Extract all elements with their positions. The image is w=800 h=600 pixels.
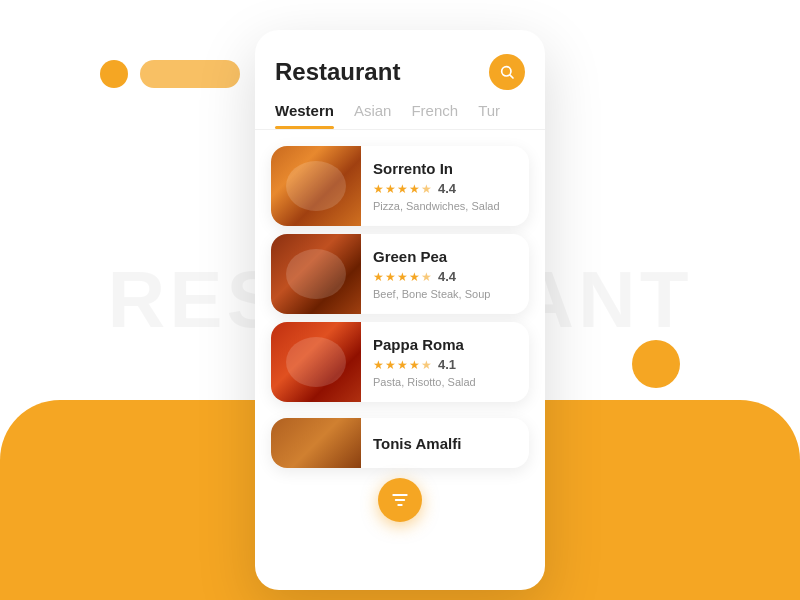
restaurant-card-1[interactable]: Sorrento In ★ ★ ★ ★ ★ 4.4 Pizza, Sandwic… (271, 146, 529, 226)
restaurant-list: Sorrento In ★ ★ ★ ★ ★ 4.4 Pizza, Sandwic… (255, 130, 545, 590)
page-title: Restaurant (275, 58, 400, 86)
stars-3: ★ ★ ★ ★ ★ (373, 358, 432, 372)
tab-western[interactable]: Western (275, 102, 334, 129)
rating-value-1: 4.4 (438, 181, 456, 196)
tab-french[interactable]: French (411, 102, 458, 129)
rating-row-2: ★ ★ ★ ★ ★ 4.4 (373, 269, 517, 284)
restaurant-tags-3: Pasta, Risotto, Salad (373, 376, 517, 388)
restaurant-image-4 (271, 418, 361, 468)
restaurant-tags-2: Beef, Bone Steak, Soup (373, 288, 517, 300)
rating-value-3: 4.1 (438, 357, 456, 372)
tabs-bar: Western Asian French Tur (255, 102, 545, 130)
tab-turkish[interactable]: Tur (478, 102, 500, 129)
restaurant-name-2: Green Pea (373, 248, 517, 265)
rating-row-3: ★ ★ ★ ★ ★ 4.1 (373, 357, 517, 372)
restaurant-info-1: Sorrento In ★ ★ ★ ★ ★ 4.4 Pizza, Sandwic… (361, 150, 529, 222)
svg-line-1 (510, 75, 513, 78)
restaurant-name-3: Pappa Roma (373, 336, 517, 353)
rating-row-1: ★ ★ ★ ★ ★ 4.4 (373, 181, 517, 196)
restaurant-info-3: Pappa Roma ★ ★ ★ ★ ★ 4.1 Pasta, Risotto,… (361, 326, 529, 398)
phone-card: Restaurant Western Asian French Tur Sorr… (255, 30, 545, 590)
restaurant-card-2[interactable]: Green Pea ★ ★ ★ ★ ★ 4.4 Beef, Bone Steak… (271, 234, 529, 314)
search-icon (499, 64, 515, 80)
filter-icon (390, 490, 410, 510)
rating-value-2: 4.4 (438, 269, 456, 284)
filter-button[interactable] (378, 478, 422, 522)
bar-left (140, 60, 240, 88)
stars-2: ★ ★ ★ ★ ★ (373, 270, 432, 284)
restaurant-name-1: Sorrento In (373, 160, 517, 177)
restaurant-card-4-partial[interactable]: Tonis Amalfi (271, 418, 529, 468)
search-button[interactable] (489, 54, 525, 90)
restaurant-image-3 (271, 322, 361, 402)
circle-left-top (100, 60, 128, 88)
stars-1: ★ ★ ★ ★ ★ (373, 182, 432, 196)
restaurant-info-2: Green Pea ★ ★ ★ ★ ★ 4.4 Beef, Bone Steak… (361, 238, 529, 310)
restaurant-image-1 (271, 146, 361, 226)
restaurant-image-2 (271, 234, 361, 314)
card-header: Restaurant (255, 30, 545, 102)
restaurant-info-4: Tonis Amalfi (361, 425, 473, 462)
tab-asian[interactable]: Asian (354, 102, 392, 129)
circle-right-mid (632, 340, 680, 388)
restaurant-card-3[interactable]: Pappa Roma ★ ★ ★ ★ ★ 4.1 Pasta, Risotto,… (271, 322, 529, 402)
restaurant-tags-1: Pizza, Sandwiches, Salad (373, 200, 517, 212)
restaurant-name-4: Tonis Amalfi (373, 435, 461, 452)
